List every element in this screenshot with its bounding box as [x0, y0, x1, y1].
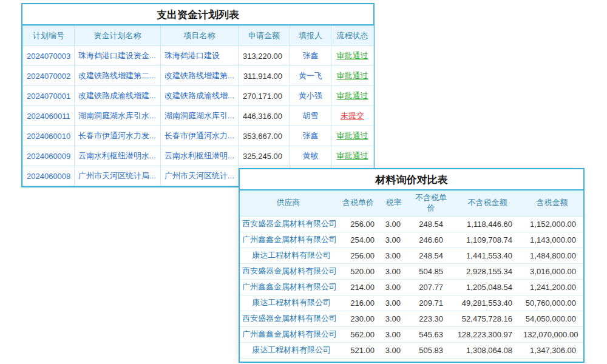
cell-project-name[interactable]: 改建铁路线增建第... [161, 66, 239, 86]
cell-price-no-tax: 248.54 [408, 216, 454, 232]
status-link[interactable]: 审批通过 [337, 71, 368, 80]
cell-amount: 311,914.00 [239, 66, 290, 86]
cell-amount: 313,220.00 [239, 46, 290, 66]
cell-plan-name[interactable]: 珠海鹤港口建设资金... [75, 46, 161, 66]
cell-supplier[interactable]: 西安盛器金属材料有限公司 [240, 311, 337, 326]
table-row: 广州鑫鑫金属材料有限公司562.003.00545.63128,223,300.… [240, 326, 583, 342]
column-header-price-with-tax: 含税单价 [337, 190, 379, 216]
cell-supplier[interactable]: 康达工程材料有限公司 [240, 248, 337, 263]
cell-price-no-tax: 209.71 [408, 295, 454, 311]
cell-project-name[interactable]: 云南水利枢纽潜明... [161, 146, 239, 166]
column-header-plan-name: 资金计划名称 [75, 26, 161, 46]
cell-plan-name[interactable]: 广州市天河区统计局... [75, 166, 161, 186]
cell-supplier[interactable]: 康达工程材料有限公司 [240, 295, 337, 311]
cell-amount-no-tax: 1,308,064.08 [454, 342, 521, 358]
cell-supplier[interactable]: 广州鑫鑫金属材料有限公司 [240, 326, 337, 342]
cell-supplier[interactable]: 广州鑫鑫金属材料有限公司 [240, 232, 337, 248]
cell-amount: 446,316.00 [239, 106, 290, 126]
cell-tax-rate: 3.00 [379, 216, 408, 232]
status-link[interactable]: 审批通过 [337, 131, 368, 140]
cell-supplier[interactable]: 康达工程材料有限公司 [240, 342, 337, 358]
cell-plan-name[interactable]: 湖南洞庭湖水库引水... [75, 106, 161, 126]
cell-amount-tax: 1,143,000.00 [521, 232, 583, 248]
status-link[interactable]: 审批通过 [337, 151, 368, 160]
table-row: 2024070001改建铁路成渝线增建...改建铁路成渝线增...270,171… [23, 86, 374, 106]
cell-amount-no-tax: 1,109,708.74 [454, 232, 521, 248]
cell-id[interactable]: 2024070002 [23, 66, 75, 86]
cell-id[interactable]: 2024060010 [23, 126, 75, 146]
cell-project-name[interactable]: 湖南洞庭湖水库引... [161, 106, 239, 126]
cell-price-tax: 214.00 [337, 279, 379, 295]
cell-amount-tax: 54,050,000.00 [521, 311, 583, 326]
cell-status[interactable]: 审批通过 [331, 46, 374, 66]
cell-tax-rate: 3.00 [379, 279, 408, 295]
cell-supplier[interactable]: 西安盛器金属材料有限公司 [240, 263, 337, 279]
cell-plan-name[interactable]: 长春市伊通河水力发... [75, 126, 161, 146]
cell-id[interactable]: 2024060011 [23, 106, 75, 126]
cell-tax-rate: 3.00 [379, 311, 408, 326]
cell-plan-name[interactable]: 改建铁路线增建第二... [75, 66, 161, 86]
table-row: 2024060011湖南洞庭湖水库引水...湖南洞庭湖水库引...446,316… [23, 106, 374, 126]
cell-price-no-tax: 223.30 [408, 311, 454, 326]
expense-plan-table-title: 支出资金计划列表 [22, 4, 373, 25]
cell-price-no-tax: 545.63 [408, 326, 454, 342]
table-row: 2024070003珠海鹤港口建设资金...珠海鹤港口建设313,220.00张… [23, 46, 374, 66]
cell-id[interactable]: 2024060009 [23, 146, 75, 166]
column-header-reporter: 填报人 [290, 26, 331, 46]
cell-amount: 270,171.00 [239, 86, 290, 106]
status-link[interactable]: 审批通过 [337, 91, 368, 100]
cell-plan-name[interactable]: 云南水利枢纽潜明水... [75, 146, 161, 166]
cell-amount-tax: 1,484,800.00 [521, 248, 583, 263]
expense-plan-table-panel: 支出资金计划列表 计划编号 资金计划名称 项目名称 申请金额 填报人 流程状态 … [21, 3, 375, 187]
cell-amount-tax: 3,016,000.00 [521, 263, 583, 279]
cell-amount-no-tax: 2,928,155.34 [454, 263, 521, 279]
status-link[interactable]: 审批通过 [337, 51, 368, 60]
cell-amount-tax: 50,760,000.00 [521, 295, 583, 311]
cell-project-name[interactable]: 改建铁路成渝线增... [161, 86, 239, 106]
cell-status[interactable]: 审批通过 [331, 86, 374, 106]
cell-price-tax: 521.00 [337, 342, 379, 358]
cell-amount-tax: 1,347,306.00 [521, 342, 583, 358]
cell-price-tax: 230.00 [337, 311, 379, 326]
cell-tax-rate: 3.00 [379, 248, 408, 263]
cell-project-name[interactable]: 广州市天河区统计... [161, 166, 239, 186]
cell-price-tax: 562.00 [337, 326, 379, 342]
table-row: 2024060010长春市伊通河水力发...长春市伊通河水力...353,667… [23, 126, 374, 146]
table-header-row: 供应商 含税单价 税率 不含税单价 不含税金额 含税金额 [240, 190, 583, 216]
cell-status[interactable]: 未提交 [331, 106, 374, 126]
cell-amount-no-tax: 1,205,048.54 [454, 279, 521, 295]
column-header-apply-amount: 申请金额 [239, 26, 290, 46]
cell-amount: 353,667.00 [239, 126, 290, 146]
cell-id[interactable]: 2024070001 [23, 86, 75, 106]
cell-status[interactable]: 审批通过 [331, 146, 374, 166]
cell-tax-rate: 3.00 [379, 263, 408, 279]
cell-status[interactable]: 审批通过 [331, 126, 374, 146]
column-header-flow-status: 流程状态 [331, 26, 374, 46]
table-row: 康达工程材料有限公司216.003.00209.7149,281,553.405… [240, 295, 583, 311]
expense-plan-table: 计划编号 资金计划名称 项目名称 申请金额 填报人 流程状态 202407000… [22, 25, 374, 186]
column-header-price-no-tax: 不含税单价 [408, 190, 454, 216]
cell-supplier[interactable]: 西安盛器金属材料有限公司 [240, 216, 337, 232]
cell-supplier[interactable]: 广州鑫鑫金属材料有限公司 [240, 279, 337, 295]
cell-reporter: 胡雪 [290, 106, 331, 126]
cell-amount-no-tax: 1,441,553.40 [454, 248, 521, 263]
material-quote-table: 供应商 含税单价 税率 不含税单价 不含税金额 含税金额 西安盛器金属材料有限公… [240, 190, 583, 359]
cell-project-name[interactable]: 珠海鹤港口建设 [161, 46, 239, 66]
column-header-supplier: 供应商 [240, 190, 337, 216]
cell-project-name[interactable]: 长春市伊通河水力... [161, 126, 239, 146]
cell-id[interactable]: 2024070003 [23, 46, 75, 66]
table-row: 2024070002改建铁路线增建第二...改建铁路线增建第...311,914… [23, 66, 374, 86]
cell-plan-name[interactable]: 改建铁路成渝线增建... [75, 86, 161, 106]
table-row: 西安盛器金属材料有限公司520.003.00504.852,928,155.34… [240, 263, 583, 279]
table-row: 广州鑫鑫金属材料有限公司254.003.00246.601,109,708.74… [240, 232, 583, 248]
cell-amount-no-tax: 49,281,553.40 [454, 295, 521, 311]
column-header-plan-id: 计划编号 [23, 26, 75, 46]
column-header-amount-no-tax: 不含税金额 [454, 190, 521, 216]
cell-reporter: 黄一飞 [290, 66, 331, 86]
cell-id[interactable]: 2024060008 [23, 166, 75, 186]
cell-status[interactable]: 审批通过 [331, 66, 374, 86]
table-row: 2024060009云南水利枢纽潜明水...云南水利枢纽潜明...325,245… [23, 146, 374, 166]
table-row: 西安盛器金属材料有限公司230.003.00223.3052,475,728.1… [240, 311, 583, 326]
status-link[interactable]: 未提交 [341, 111, 364, 120]
table-row: 康达工程材料有限公司256.003.00248.541,441,553.401,… [240, 248, 583, 263]
